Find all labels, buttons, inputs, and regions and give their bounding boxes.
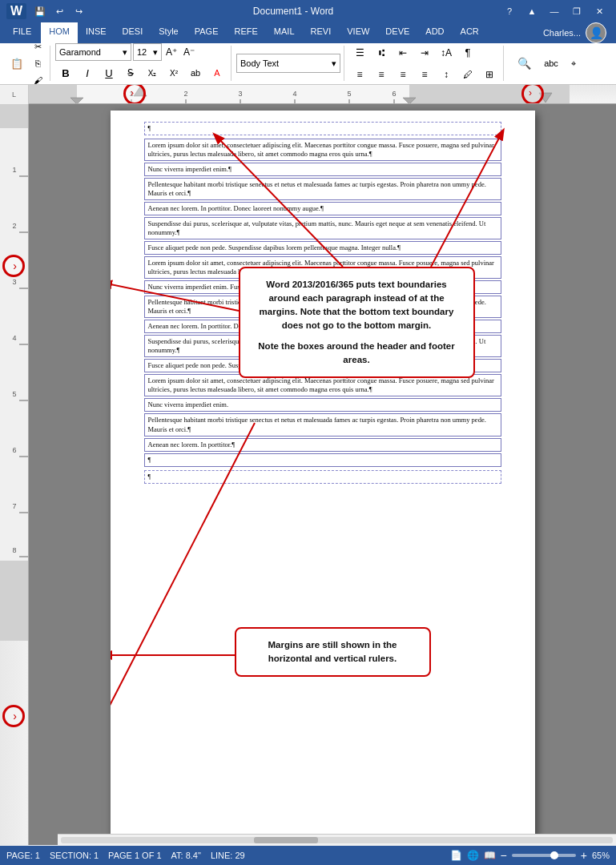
minimize-button[interactable]: — [544, 3, 565, 19]
copy-button[interactable]: ⎘ [29, 55, 46, 71]
select-button[interactable]: ⌖ [563, 53, 584, 74]
horizontal-scrollbar[interactable] [58, 834, 616, 845]
help-button[interactable]: ? [499, 3, 520, 19]
status-icon-read[interactable]: 📖 [484, 850, 496, 861]
status-icon-doc[interactable]: 📄 [450, 850, 462, 861]
superscript-button[interactable]: X² [163, 62, 184, 83]
status-page: PAGE: 1 [6, 851, 40, 860]
callout-2-text: Margins are still shown in the horizonta… [246, 638, 420, 666]
tab-view[interactable]: VIEW [339, 22, 377, 43]
para-block[interactable]: Pellentesque habitant morbi tristique se… [144, 413, 501, 436]
subscript-button[interactable]: X₂ [142, 62, 163, 83]
tab-acrobat[interactable]: ACR [453, 22, 487, 43]
tab-design[interactable]: DESI [115, 22, 151, 43]
tab-mail[interactable]: MAIL [266, 22, 303, 43]
sort-button[interactable]: ↕A [436, 42, 457, 63]
font-group: Garamond▾ 12▾ A⁺ A⁻ B I U S̶ X₂ X² ab [52, 46, 232, 81]
tab-developer[interactable]: DEVE [377, 22, 417, 43]
page-footer: ¶ [144, 470, 501, 484]
show-formatting-button[interactable]: ¶ [457, 42, 478, 63]
para-block[interactable]: Lorem ipsum dolor sit amet, consectetuer… [144, 139, 501, 161]
bullets-button[interactable]: ☰ [349, 42, 370, 63]
tab-references[interactable]: REFE [227, 22, 266, 43]
svg-text:5: 5 [12, 390, 16, 398]
indent-decrease-button[interactable]: ⇤ [393, 42, 413, 63]
indent-increase-button[interactable]: ⇥ [414, 42, 435, 63]
para-block[interactable]: Pellentesque habitant morbi tristique se… [144, 178, 501, 200]
tab-page[interactable]: PAGE [187, 22, 227, 43]
user-name[interactable]: Charles... [543, 28, 581, 38]
find-button[interactable]: 🔍 [509, 54, 539, 72]
para-block[interactable]: ¶ [144, 453, 501, 467]
para-block[interactable]: Aenean nec lorem. In porttitor.¶ [144, 438, 501, 452]
cut-button[interactable]: ✂ [29, 38, 46, 54]
font-color-button[interactable]: A [207, 62, 227, 83]
callout-box-2: Margins are still shown in the horizonta… [235, 627, 431, 678]
para-block[interactable]: Fusce aliquet pede non pede. Suspendisse… [144, 241, 501, 255]
ruler-area: L 1 2 3 4 5 6 [0, 85, 616, 104]
font-size-dropdown[interactable]: 12▾ [133, 43, 162, 61]
numbering-button[interactable]: ⑆ [371, 42, 392, 63]
style-dropdown[interactable]: Body Text▾ [236, 54, 340, 73]
underline-button[interactable]: U [99, 62, 119, 83]
svg-rect-20 [0, 104, 29, 128]
paste-button[interactable]: 📋 [6, 53, 27, 74]
ribbon-collapse-button[interactable]: ▲ [521, 3, 542, 19]
grow-font-button[interactable]: A⁺ [163, 44, 179, 60]
font-name-dropdown[interactable]: Garamond▾ [55, 43, 131, 61]
line-spacing-button[interactable]: ↕ [436, 64, 457, 85]
para-block[interactable]: Suspendisse dui purus, scelerisque at, v… [144, 217, 501, 239]
redo-btn[interactable]: ↪ [70, 3, 87, 19]
left-circle-marker-bottom: › [2, 705, 25, 727]
svg-text:6: 6 [12, 446, 16, 454]
svg-text:5: 5 [347, 90, 351, 98]
svg-text:7: 7 [12, 502, 16, 510]
ribbon-content: 📋 ✂ ⎘ 🖌 Garamond▾ 12▾ A⁺ A⁻ [0, 43, 616, 85]
zoom-plus-button[interactable]: + [581, 849, 587, 862]
svg-text:1: 1 [12, 166, 16, 174]
bold-button[interactable]: B [55, 62, 76, 83]
status-section: SECTION: 1 [50, 851, 99, 860]
replace-button[interactable]: abc [541, 53, 562, 74]
align-center-button[interactable]: ≡ [371, 64, 392, 85]
svg-text:2: 2 [12, 222, 16, 230]
left-circle-marker-top: › [2, 255, 25, 277]
status-icon-web[interactable]: 🌐 [467, 850, 479, 861]
svg-line-42 [111, 423, 255, 727]
ruler-marker-right: › [521, 85, 544, 104]
zoom-minus-button[interactable]: − [501, 849, 507, 862]
tab-insert[interactable]: INSE [78, 22, 115, 43]
clipboard-group: 📋 ✂ ⎘ 🖌 [3, 46, 50, 81]
tab-review[interactable]: REVI [303, 22, 340, 43]
justify-button[interactable]: ≡ [414, 64, 435, 85]
svg-text:6: 6 [392, 90, 396, 98]
strikethrough-button[interactable]: S̶ [120, 62, 141, 83]
paragraph-group: ☰ ⑆ ⇤ ⇥ ↕A ¶ ≡ ≡ ≡ ≡ ↕ 🖊 ⊞ [346, 46, 504, 81]
shading-button[interactable]: 🖊 [457, 64, 478, 85]
status-line: LINE: 29 [211, 851, 245, 860]
shrink-font-button[interactable]: A⁻ [181, 44, 197, 60]
document-area[interactable]: ¶ Lorem ipsum dolor sit amet, consectetu… [29, 104, 616, 845]
undo-btn[interactable]: ↩ [50, 3, 68, 19]
highlight-button[interactable]: ab [185, 62, 206, 83]
tab-add-ins[interactable]: ADD [417, 22, 452, 43]
status-at: AT: 8.4" [171, 851, 201, 860]
align-left-button[interactable]: ≡ [349, 64, 370, 85]
status-info: PAGE: 1 SECTION: 1 PAGE 1 OF 1 AT: 8.4" … [6, 851, 245, 860]
para-block[interactable]: Nunc viverra imperdiet enim. [144, 398, 501, 412]
para-block[interactable]: Nunc viverra imperdiet enim.¶ [144, 163, 501, 176]
borders-button[interactable]: ⊞ [479, 64, 500, 85]
ribbon: FILE HOM INSE DESI Style PAGE REFE MAIL … [0, 22, 616, 85]
close-button[interactable]: ✕ [589, 3, 610, 19]
restore-button[interactable]: ❐ [566, 3, 587, 19]
vertical-ruler: 1 2 3 4 5 6 7 8 › › [0, 104, 29, 845]
quick-save-btn[interactable]: 💾 [31, 3, 49, 19]
callout-1-text-2: Note the boxes around the header and foo… [250, 340, 464, 368]
tab-home[interactable]: HOM [41, 22, 78, 43]
para-block[interactable]: Aenean nec lorem. In porttitor. Donec la… [144, 202, 501, 215]
tab-style[interactable]: Style [151, 22, 186, 43]
zoom-slider[interactable] [512, 854, 576, 857]
align-right-button[interactable]: ≡ [393, 64, 413, 85]
italic-button[interactable]: I [77, 62, 98, 83]
status-view-controls: 📄 🌐 📖 − + 65% [450, 849, 610, 862]
